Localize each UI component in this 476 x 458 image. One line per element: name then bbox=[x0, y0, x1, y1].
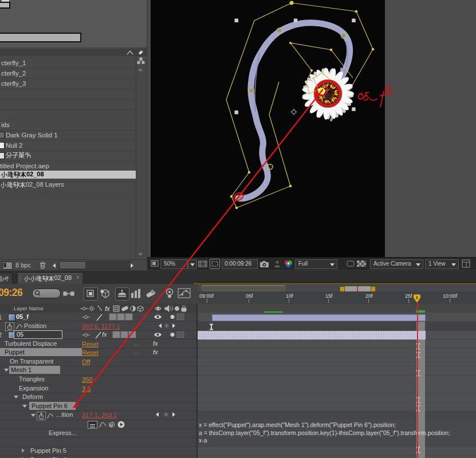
svg-text:fx: fx bbox=[105, 305, 110, 312]
